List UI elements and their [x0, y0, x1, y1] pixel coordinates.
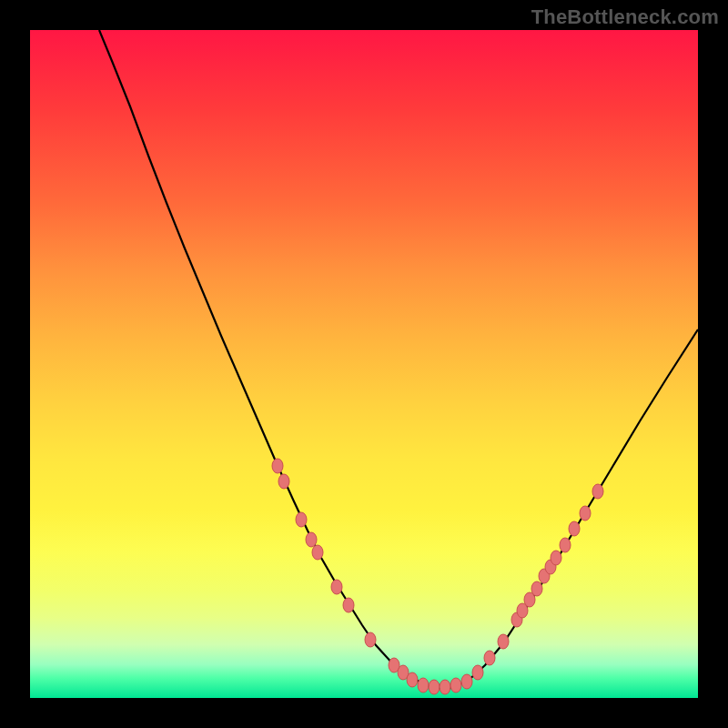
- data-marker: [278, 474, 289, 489]
- bottleneck-curve: [99, 30, 698, 689]
- plot-area: [30, 30, 698, 698]
- data-marker: [296, 512, 307, 527]
- watermark-text: TheBottleneck.com: [531, 5, 719, 29]
- data-marker: [440, 680, 450, 694]
- chart-svg: [30, 30, 698, 698]
- data-marker: [272, 459, 283, 473]
- data-marker: [343, 598, 354, 612]
- data-marker: [472, 665, 483, 680]
- data-marker: [365, 632, 376, 647]
- data-marker: [418, 678, 429, 693]
- data-marker: [592, 484, 603, 499]
- data-marker: [560, 538, 571, 552]
- data-marker: [461, 674, 472, 689]
- data-marker: [312, 545, 323, 560]
- data-marker: [429, 680, 440, 694]
- data-marker: [407, 672, 418, 687]
- data-marker: [498, 634, 509, 649]
- marker-group: [272, 459, 603, 694]
- data-marker: [551, 551, 561, 565]
- chart-frame: TheBottleneck.com: [0, 0, 728, 728]
- data-marker: [569, 521, 580, 536]
- data-marker: [331, 580, 342, 594]
- data-marker: [580, 506, 591, 521]
- data-marker: [531, 581, 542, 596]
- data-marker: [450, 678, 461, 693]
- data-marker: [306, 532, 317, 547]
- data-marker: [484, 651, 495, 665]
